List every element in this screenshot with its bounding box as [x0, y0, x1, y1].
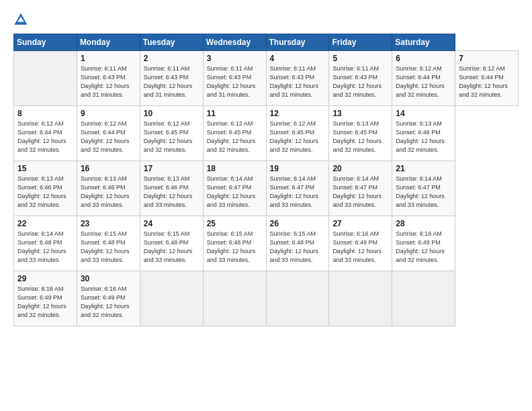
calendar-cell: 25Sunrise: 6:15 AM Sunset: 6:48 PM Dayli…: [203, 216, 266, 271]
day-info: Sunrise: 6:14 AM Sunset: 6:47 PM Dayligh…: [396, 175, 451, 210]
day-number: 7: [459, 54, 515, 63]
day-info: Sunrise: 6:12 AM Sunset: 6:45 PM Dayligh…: [144, 120, 200, 154]
calendar-week-row: 8Sunrise: 6:12 AM Sunset: 6:44 PM Daylig…: [14, 106, 519, 161]
day-info: Sunrise: 6:15 AM Sunset: 6:48 PM Dayligh…: [144, 230, 200, 265]
calendar-cell: [140, 271, 203, 326]
calendar-cell: 11Sunrise: 6:12 AM Sunset: 6:45 PM Dayli…: [203, 106, 266, 161]
day-info: Sunrise: 6:14 AM Sunset: 6:48 PM Dayligh…: [17, 230, 73, 265]
day-info: Sunrise: 6:11 AM Sunset: 6:43 PM Dayligh…: [332, 64, 388, 99]
calendar-cell: 23Sunrise: 6:15 AM Sunset: 6:48 PM Dayli…: [77, 216, 140, 271]
calendar-cell: 10Sunrise: 6:12 AM Sunset: 6:45 PM Dayli…: [140, 106, 203, 161]
day-info: Sunrise: 6:12 AM Sunset: 6:44 PM Dayligh…: [17, 120, 73, 154]
day-number: 30: [81, 274, 136, 283]
day-number: 10: [144, 109, 200, 118]
calendar-header-row: SundayMondayTuesdayWednesdayThursdayFrid…: [14, 34, 519, 51]
day-number: 26: [270, 219, 326, 228]
calendar-cell: 30Sunrise: 6:16 AM Sunset: 6:49 PM Dayli…: [77, 271, 140, 326]
day-number: 2: [144, 54, 200, 63]
logo: [13, 12, 31, 27]
day-info: Sunrise: 6:11 AM Sunset: 6:43 PM Dayligh…: [207, 64, 263, 99]
calendar-header-friday: Friday: [329, 34, 392, 51]
calendar-cell: 26Sunrise: 6:15 AM Sunset: 6:48 PM Dayli…: [266, 216, 329, 271]
calendar-week-row: 1Sunrise: 6:11 AM Sunset: 6:43 PM Daylig…: [14, 51, 519, 106]
calendar-header-tuesday: Tuesday: [140, 34, 203, 51]
day-number: 8: [17, 109, 73, 118]
day-info: Sunrise: 6:16 AM Sunset: 6:49 PM Dayligh…: [332, 230, 388, 265]
calendar-cell: 18Sunrise: 6:14 AM Sunset: 6:47 PM Dayli…: [203, 161, 266, 216]
day-info: Sunrise: 6:11 AM Sunset: 6:43 PM Dayligh…: [144, 64, 200, 99]
calendar-cell: 6Sunrise: 6:12 AM Sunset: 6:44 PM Daylig…: [392, 51, 455, 106]
calendar-cell: [14, 51, 77, 106]
calendar-week-row: 22Sunrise: 6:14 AM Sunset: 6:48 PM Dayli…: [14, 216, 519, 271]
calendar-header-saturday: Saturday: [392, 34, 455, 51]
day-info: Sunrise: 6:12 AM Sunset: 6:44 PM Dayligh…: [396, 64, 451, 99]
day-number: 6: [396, 54, 451, 63]
calendar-week-row: 29Sunrise: 6:16 AM Sunset: 6:49 PM Dayli…: [14, 271, 519, 326]
calendar-cell: [392, 271, 455, 326]
day-info: Sunrise: 6:13 AM Sunset: 6:46 PM Dayligh…: [144, 175, 200, 210]
calendar-cell: [203, 271, 266, 326]
calendar-cell: 8Sunrise: 6:12 AM Sunset: 6:44 PM Daylig…: [14, 106, 77, 161]
calendar-header-monday: Monday: [77, 34, 140, 51]
calendar-cell: 3Sunrise: 6:11 AM Sunset: 6:43 PM Daylig…: [203, 51, 266, 106]
day-number: 29: [17, 274, 73, 283]
day-number: 21: [396, 164, 451, 173]
page: SundayMondayTuesdayWednesdayThursdayFrid…: [0, 0, 532, 411]
calendar-header-sunday: Sunday: [14, 34, 77, 51]
day-number: 24: [144, 219, 200, 228]
day-number: 25: [207, 219, 263, 228]
day-info: Sunrise: 6:12 AM Sunset: 6:45 PM Dayligh…: [207, 120, 263, 154]
calendar-header-thursday: Thursday: [266, 34, 329, 51]
calendar-header-wednesday: Wednesday: [203, 34, 266, 51]
calendar-cell: 15Sunrise: 6:13 AM Sunset: 6:46 PM Dayli…: [14, 161, 77, 216]
day-number: 11: [207, 109, 263, 118]
day-number: 18: [207, 164, 263, 173]
calendar-cell: 1Sunrise: 6:11 AM Sunset: 6:43 PM Daylig…: [77, 51, 140, 106]
calendar-cell: 27Sunrise: 6:16 AM Sunset: 6:49 PM Dayli…: [329, 216, 392, 271]
calendar-cell: [329, 271, 392, 326]
day-number: 9: [81, 109, 136, 118]
calendar-cell: 24Sunrise: 6:15 AM Sunset: 6:48 PM Dayli…: [140, 216, 203, 271]
calendar-cell: 9Sunrise: 6:12 AM Sunset: 6:44 PM Daylig…: [77, 106, 140, 161]
day-info: Sunrise: 6:13 AM Sunset: 6:46 PM Dayligh…: [17, 175, 73, 210]
day-info: Sunrise: 6:13 AM Sunset: 6:46 PM Dayligh…: [396, 120, 451, 154]
day-number: 23: [81, 219, 136, 228]
calendar-cell: 20Sunrise: 6:14 AM Sunset: 6:47 PM Dayli…: [329, 161, 392, 216]
day-info: Sunrise: 6:12 AM Sunset: 6:44 PM Dayligh…: [81, 120, 136, 154]
calendar-cell: 21Sunrise: 6:14 AM Sunset: 6:47 PM Dayli…: [392, 161, 455, 216]
day-number: 12: [270, 109, 326, 118]
day-info: Sunrise: 6:16 AM Sunset: 6:49 PM Dayligh…: [81, 285, 136, 320]
day-number: 16: [81, 164, 136, 173]
day-number: 28: [396, 219, 451, 228]
day-number: 3: [207, 54, 263, 63]
calendar-cell: 17Sunrise: 6:13 AM Sunset: 6:46 PM Dayli…: [140, 161, 203, 216]
calendar-cell: 7Sunrise: 6:12 AM Sunset: 6:44 PM Daylig…: [455, 51, 519, 106]
calendar-cell: 19Sunrise: 6:14 AM Sunset: 6:47 PM Dayli…: [266, 161, 329, 216]
day-info: Sunrise: 6:15 AM Sunset: 6:48 PM Dayligh…: [270, 230, 326, 265]
calendar-cell: 5Sunrise: 6:11 AM Sunset: 6:43 PM Daylig…: [329, 51, 392, 106]
day-info: Sunrise: 6:14 AM Sunset: 6:47 PM Dayligh…: [270, 175, 326, 210]
day-info: Sunrise: 6:11 AM Sunset: 6:43 PM Dayligh…: [270, 64, 326, 99]
calendar-week-row: 15Sunrise: 6:13 AM Sunset: 6:46 PM Dayli…: [14, 161, 519, 216]
calendar-cell: 13Sunrise: 6:13 AM Sunset: 6:45 PM Dayli…: [329, 106, 392, 161]
calendar-cell: 4Sunrise: 6:11 AM Sunset: 6:43 PM Daylig…: [266, 51, 329, 106]
calendar-cell: 2Sunrise: 6:11 AM Sunset: 6:43 PM Daylig…: [140, 51, 203, 106]
day-info: Sunrise: 6:16 AM Sunset: 6:49 PM Dayligh…: [396, 230, 451, 265]
calendar-cell: 12Sunrise: 6:12 AM Sunset: 6:45 PM Dayli…: [266, 106, 329, 161]
day-info: Sunrise: 6:12 AM Sunset: 6:45 PM Dayligh…: [270, 120, 326, 154]
calendar-cell: 14Sunrise: 6:13 AM Sunset: 6:46 PM Dayli…: [392, 106, 455, 161]
day-number: 13: [332, 109, 388, 118]
day-info: Sunrise: 6:14 AM Sunset: 6:47 PM Dayligh…: [332, 175, 388, 210]
day-info: Sunrise: 6:12 AM Sunset: 6:44 PM Dayligh…: [459, 64, 515, 99]
calendar-cell: 22Sunrise: 6:14 AM Sunset: 6:48 PM Dayli…: [14, 216, 77, 271]
day-number: 15: [17, 164, 73, 173]
day-number: 17: [144, 164, 200, 173]
header: [13, 12, 519, 27]
calendar-table: SundayMondayTuesdayWednesdayThursdayFrid…: [13, 34, 519, 326]
day-number: 5: [332, 54, 388, 63]
calendar-cell: [266, 271, 329, 326]
day-number: 27: [332, 219, 388, 228]
day-info: Sunrise: 6:11 AM Sunset: 6:43 PM Dayligh…: [81, 64, 136, 99]
calendar-cell: 29Sunrise: 6:16 AM Sunset: 6:49 PM Dayli…: [14, 271, 77, 326]
day-info: Sunrise: 6:16 AM Sunset: 6:49 PM Dayligh…: [17, 285, 73, 320]
